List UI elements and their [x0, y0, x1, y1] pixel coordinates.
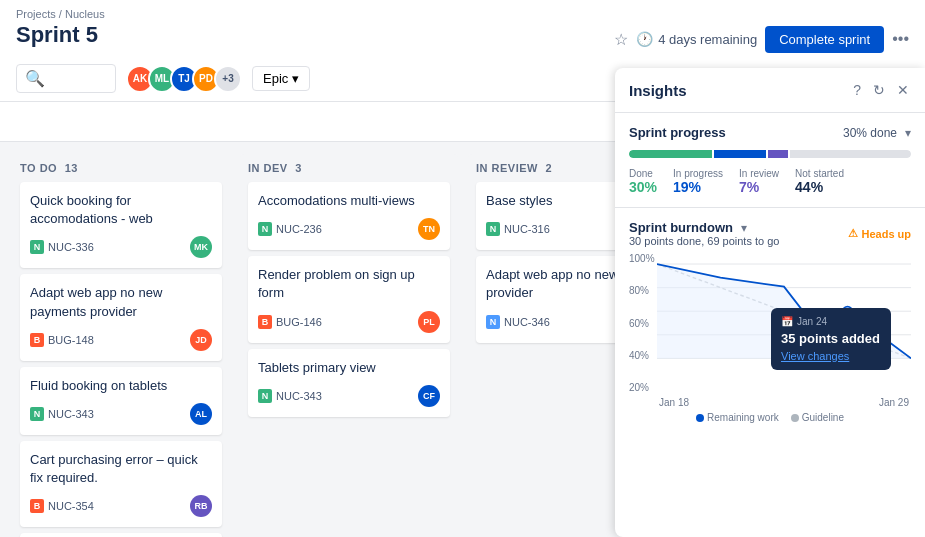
- not-started-label: Not started: [795, 168, 844, 179]
- done-value: 30%: [629, 179, 657, 195]
- burndown-title: Sprint burndown: [629, 220, 733, 235]
- card[interactable]: Cart purchasing error – quick fix requir…: [20, 441, 222, 527]
- card-avatar: PL: [418, 311, 440, 333]
- story-icon: N: [30, 407, 44, 421]
- card-avatar: CF: [418, 385, 440, 407]
- column-indev: IN DEV 3 Accomodations multi-views N NUC…: [240, 154, 458, 537]
- breadcrumb-projects[interactable]: Projects: [16, 8, 56, 20]
- card[interactable]: Fluid booking on tablets N NUC-343 AL: [20, 367, 222, 435]
- done-label: Done: [629, 168, 657, 179]
- bug-icon: B: [30, 499, 44, 513]
- card-avatar: AL: [190, 403, 212, 425]
- burndown-chart: 100% 80% 60% 40% 20%: [629, 253, 911, 428]
- card-title: Tablets primary view: [258, 359, 440, 377]
- close-button[interactable]: ✕: [895, 80, 911, 100]
- sprint-progress-title: Sprint progress: [629, 125, 726, 140]
- time-remaining: 🕐 4 days remaining: [636, 31, 757, 47]
- epic-filter-button[interactable]: Epic ▾: [252, 66, 310, 91]
- card[interactable]: Accomodations multi-views N NUC-236 TN: [248, 182, 450, 250]
- card-title: Adapt web app no new payments provider: [30, 284, 212, 320]
- in-progress-label: In progress: [673, 168, 723, 179]
- card-avatar: JD: [190, 329, 212, 351]
- story-icon: N: [486, 222, 500, 236]
- progress-labels: Done 30% In progress 19% In review 7% No…: [629, 168, 911, 195]
- card-avatar: TN: [418, 218, 440, 240]
- column-header-todo: TO DO 13: [20, 162, 222, 174]
- card[interactable]: Quick booking for accomodations - web N …: [20, 182, 222, 268]
- card-avatar: RB: [190, 495, 212, 517]
- progress-inreview-bar: [768, 150, 787, 158]
- progress-summary: 30% done: [843, 126, 897, 140]
- breadcrumb-nucleus[interactable]: Nucleus: [65, 8, 105, 20]
- chart-label-end: Jan 29: [879, 397, 909, 408]
- burndown-tooltip: 📅 Jan 24 35 points added View changes: [771, 308, 891, 370]
- warning-icon: ⚠: [848, 227, 858, 240]
- sprint-burndown-section: Sprint burndown ▾ 30 points done, 69 poi…: [615, 208, 925, 440]
- card-title: Quick booking for accomodations - web: [30, 192, 212, 228]
- task-icon: N: [486, 315, 500, 329]
- chart-legend: Remaining work Guideline: [629, 412, 911, 423]
- card-tag: N NUC-343: [30, 407, 94, 421]
- card-title: Render problem on sign up form: [258, 266, 440, 302]
- tooltip-date: 📅 Jan 24: [781, 316, 881, 327]
- in-progress-value: 19%: [673, 179, 723, 195]
- search-input[interactable]: [49, 71, 109, 86]
- page-title: Sprint 5: [16, 22, 98, 56]
- insights-panel-title: Insights: [629, 82, 687, 99]
- story-icon: N: [30, 240, 44, 254]
- insights-panel: Insights ? ↻ ✕ Sprint progress 30% done …: [615, 68, 925, 537]
- card-tag: N NUC-236: [258, 222, 322, 236]
- burndown-chevron-icon: ▾: [741, 221, 747, 235]
- help-button[interactable]: ?: [851, 80, 863, 100]
- card-tag: B BUG-146: [258, 315, 322, 329]
- avatar-count[interactable]: +3: [214, 65, 242, 93]
- more-options-button[interactable]: •••: [892, 30, 909, 48]
- chart-y-labels: 100% 80% 60% 40% 20%: [629, 253, 655, 393]
- progress-chevron-icon: ▾: [905, 126, 911, 140]
- avatar-group: AK ML TJ PD +3: [126, 65, 242, 93]
- progress-notstarted-bar: [790, 150, 911, 158]
- card-tag: N NUC-343: [258, 389, 322, 403]
- card-title: Cart purchasing error – quick fix requir…: [30, 451, 212, 487]
- card-tag: B NUC-354: [30, 499, 94, 513]
- chart-label-start: Jan 18: [659, 397, 689, 408]
- card-tag: N NUC-316: [486, 222, 550, 236]
- refresh-button[interactable]: ↻: [871, 80, 887, 100]
- story-icon: N: [258, 222, 272, 236]
- progress-bar: [629, 150, 911, 158]
- burndown-points: 30 points done, 69 points to go: [629, 235, 779, 247]
- bug-icon: B: [258, 315, 272, 329]
- in-review-value: 7%: [739, 179, 779, 195]
- heads-up-badge: ⚠ Heads up: [848, 227, 911, 240]
- card-tag: N NUC-336: [30, 240, 94, 254]
- card-tag: N NUC-346: [486, 315, 550, 329]
- epic-label: Epic: [263, 71, 288, 86]
- in-review-label: In review: [739, 168, 779, 179]
- card[interactable]: Render problem on sign up form B BUG-146…: [248, 256, 450, 342]
- card[interactable]: Multi-dest search UI web N NUC-338 EK: [20, 533, 222, 537]
- card-title: Accomodations multi-views: [258, 192, 440, 210]
- card-tag: B BUG-148: [30, 333, 94, 347]
- story-icon: N: [258, 389, 272, 403]
- tooltip-value: 35 points added: [781, 331, 881, 346]
- column-header-indev: IN DEV 3: [248, 162, 450, 174]
- complete-sprint-button[interactable]: Complete sprint: [765, 26, 884, 53]
- epic-chevron-icon: ▾: [292, 71, 299, 86]
- search-icon: 🔍: [25, 69, 45, 88]
- card-title: Fluid booking on tablets: [30, 377, 212, 395]
- card[interactable]: Tablets primary view N NUC-343 CF: [248, 349, 450, 417]
- search-box[interactable]: 🔍: [16, 64, 116, 93]
- star-button[interactable]: ☆: [614, 30, 628, 49]
- tooltip-link[interactable]: View changes: [781, 350, 849, 362]
- progress-done-bar: [629, 150, 712, 158]
- sprint-progress-section: Sprint progress 30% done ▾ Done 30% In p…: [615, 113, 925, 208]
- not-started-value: 44%: [795, 179, 844, 195]
- progress-inprogress-bar: [714, 150, 766, 158]
- card-avatar: MK: [190, 236, 212, 258]
- bug-icon: B: [30, 333, 44, 347]
- card[interactable]: Adapt web app no new payments provider B…: [20, 274, 222, 360]
- column-todo: TO DO 13 Quick booking for accomodations…: [12, 154, 230, 537]
